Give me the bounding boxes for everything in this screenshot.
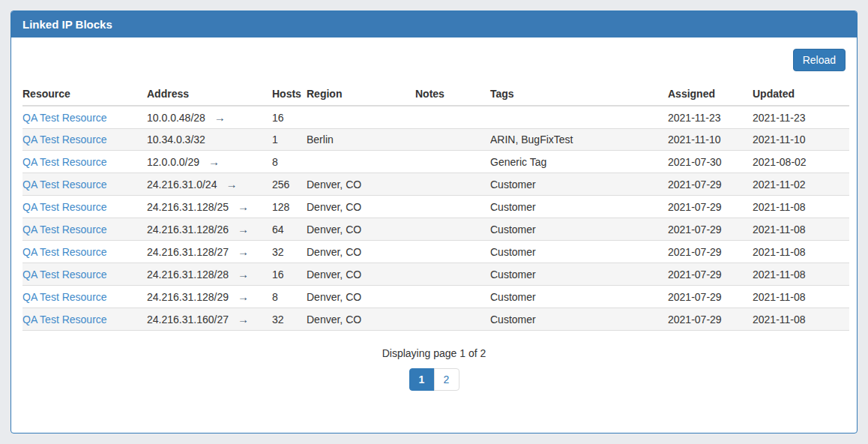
resource-cell: QA Test Resource <box>22 173 147 196</box>
arrow-right-icon[interactable]: → <box>238 223 248 236</box>
resource-cell: QA Test Resource <box>22 129 147 151</box>
reload-button[interactable]: Reload <box>793 49 846 71</box>
resource-cell: QA Test Resource <box>22 106 147 129</box>
region-cell <box>307 106 415 129</box>
column-header-address: Address <box>147 83 272 106</box>
region-cell: Denver, CO <box>307 218 415 241</box>
resource-link[interactable]: QA Test Resource <box>22 268 107 280</box>
resource-link[interactable]: QA Test Resource <box>22 178 107 190</box>
tags-cell: Customer <box>490 173 668 196</box>
resource-link[interactable]: QA Test Resource <box>22 156 107 168</box>
arrow-right-icon[interactable]: → <box>238 200 248 213</box>
assigned-cell: 2021-07-29 <box>668 173 753 196</box>
assigned-cell: 2021-07-29 <box>668 196 753 218</box>
updated-cell: 2021-11-08 <box>753 196 849 218</box>
address-cell: 24.216.31.128/25→ <box>147 196 272 218</box>
page-button-2[interactable]: 2 <box>434 368 459 391</box>
notes-cell <box>415 308 490 331</box>
resource-link[interactable]: QA Test Resource <box>22 201 107 213</box>
address-cell: 24.216.31.128/28→ <box>147 263 272 286</box>
table-body: QA Test Resource10.0.0.48/28→162021-11-2… <box>22 106 849 331</box>
region-cell: Denver, CO <box>307 308 415 331</box>
arrow-right-icon[interactable]: → <box>208 155 219 168</box>
hosts-cell: 256 <box>272 173 307 196</box>
assigned-cell: 2021-07-29 <box>668 263 753 286</box>
ip-address: 24.216.31.128/28 <box>147 268 229 280</box>
resource-link[interactable]: QA Test Resource <box>22 246 107 258</box>
arrow-right-icon[interactable]: → <box>214 111 225 124</box>
region-cell: Denver, CO <box>307 241 415 263</box>
address-cell: 24.216.31.0/24→ <box>147 173 272 196</box>
address-cell: 24.216.31.128/29→ <box>147 286 272 308</box>
hosts-cell: 128 <box>272 196 307 218</box>
assigned-cell: 2021-07-29 <box>668 308 753 331</box>
pagination-wrap: 12 <box>22 368 846 391</box>
table-row: QA Test Resource24.216.31.128/29→8Denver… <box>22 286 849 308</box>
column-header-resource: Resource <box>22 83 147 106</box>
arrow-right-icon[interactable]: → <box>226 178 236 190</box>
hosts-cell: 8 <box>272 286 307 308</box>
page-button-1[interactable]: 1 <box>409 368 435 391</box>
assigned-cell: 2021-11-10 <box>668 129 753 151</box>
address-cell: 12.0.0.0/29→ <box>147 151 272 173</box>
resource-link[interactable]: QA Test Resource <box>22 224 107 236</box>
tags-cell: Customer <box>490 286 668 308</box>
assigned-cell: 2021-07-29 <box>668 241 753 263</box>
table-row: QA Test Resource24.216.31.128/26→64Denve… <box>22 218 849 241</box>
panel-title: Linked IP Blocks <box>11 11 857 38</box>
tags-cell: Generic Tag <box>490 151 668 173</box>
updated-cell: 2021-11-23 <box>753 106 849 129</box>
ip-address: 10.34.0.3/32 <box>147 134 205 146</box>
notes-cell <box>415 218 490 241</box>
region-cell: Denver, CO <box>307 173 415 196</box>
ip-address: 24.216.31.0/24 <box>147 178 217 190</box>
arrow-right-icon[interactable]: → <box>238 268 248 280</box>
resource-link[interactable]: QA Test Resource <box>22 112 107 124</box>
tags-cell: ARIN, BugFixTest <box>490 129 668 151</box>
notes-cell <box>415 241 490 263</box>
paging-status: Displaying page 1 of 2 <box>22 347 846 359</box>
region-cell: Berlin <box>307 129 415 151</box>
tags-cell <box>490 106 668 129</box>
resource-cell: QA Test Resource <box>22 308 147 331</box>
resource-cell: QA Test Resource <box>22 241 147 263</box>
ip-address: 24.216.31.128/25 <box>147 201 229 213</box>
notes-cell <box>415 196 490 218</box>
hosts-cell: 1 <box>272 129 307 151</box>
resource-cell: QA Test Resource <box>22 286 147 308</box>
ip-address: 24.216.31.128/26 <box>147 224 229 236</box>
table-row: QA Test Resource24.216.31.160/27→32Denve… <box>22 308 849 331</box>
panel-body: Reload Resource Address Hosts Region Not… <box>11 38 857 433</box>
ip-address: 24.216.31.128/29 <box>147 291 229 303</box>
table-row: QA Test Resource24.216.31.0/24→256Denver… <box>22 173 849 196</box>
table-row: QA Test Resource24.216.31.128/28→16Denve… <box>22 263 849 286</box>
arrow-right-icon[interactable]: → <box>238 290 248 303</box>
assigned-cell: 2021-07-29 <box>668 218 753 241</box>
column-header-assigned: Assigned <box>668 83 753 106</box>
updated-cell: 2021-11-08 <box>753 263 849 286</box>
resource-link[interactable]: QA Test Resource <box>22 134 107 146</box>
updated-cell: 2021-11-08 <box>753 241 849 263</box>
updated-cell: 2021-08-02 <box>753 151 849 173</box>
column-header-hosts: Hosts <box>272 83 307 106</box>
arrow-right-icon[interactable]: → <box>238 245 248 258</box>
region-cell: Denver, CO <box>307 263 415 286</box>
column-header-tags: Tags <box>490 83 668 106</box>
arrow-right-icon[interactable]: → <box>238 313 248 326</box>
updated-cell: 2021-11-10 <box>753 129 849 151</box>
address-cell: 10.0.0.48/28→ <box>147 106 272 129</box>
ip-address: 12.0.0.0/29 <box>147 156 199 168</box>
resource-link[interactable]: QA Test Resource <box>22 314 107 326</box>
tags-cell: Customer <box>490 263 668 286</box>
pagination: 12 <box>409 368 459 391</box>
ip-address: 24.216.31.128/27 <box>147 246 229 258</box>
tags-cell: Customer <box>490 218 668 241</box>
resource-link[interactable]: QA Test Resource <box>22 291 107 303</box>
ip-blocks-table: Resource Address Hosts Region Notes Tags… <box>22 83 849 331</box>
assigned-cell: 2021-07-29 <box>668 286 753 308</box>
ip-address: 10.0.0.48/28 <box>147 112 205 124</box>
assigned-cell: 2021-07-30 <box>668 151 753 173</box>
column-header-updated: Updated <box>753 83 849 106</box>
column-header-region: Region <box>307 83 415 106</box>
region-cell <box>307 151 415 173</box>
